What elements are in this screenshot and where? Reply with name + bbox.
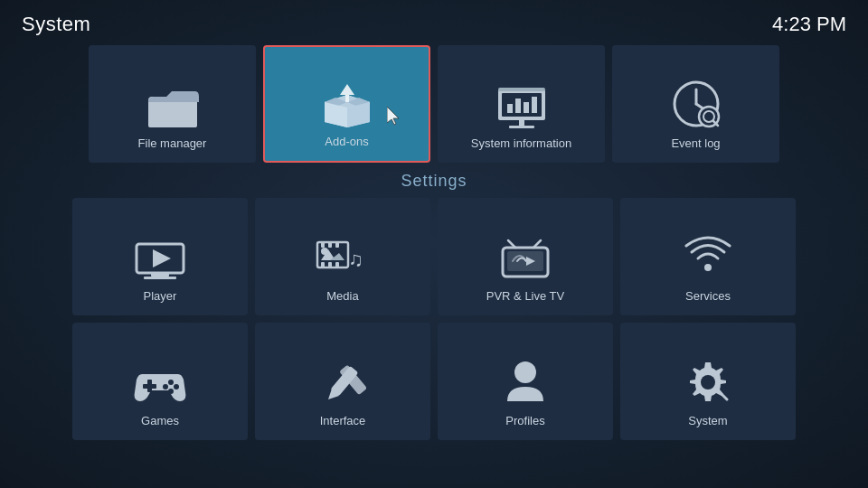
svg-point-49: [174, 384, 179, 389]
tile-system[interactable]: System: [620, 323, 796, 440]
profiles-icon: [503, 358, 548, 407]
svg-rect-28: [144, 277, 176, 279]
svg-point-38: [321, 248, 328, 255]
system-information-label: System information: [471, 136, 571, 150]
svg-rect-30: [321, 242, 325, 248]
clock: 4:23 PM: [772, 13, 846, 36]
svg-rect-12: [507, 104, 513, 113]
section-label: Settings: [0, 172, 868, 191]
services-icon: [684, 233, 732, 282]
svg-point-48: [168, 380, 174, 385]
svg-rect-47: [143, 384, 156, 389]
system-label: System: [688, 414, 727, 427]
screen: System 4:23 PM File manager: [0, 0, 868, 488]
svg-point-55: [514, 361, 536, 383]
svg-rect-15: [532, 97, 537, 113]
tile-profiles[interactable]: Profiles: [438, 323, 613, 440]
svg-rect-18: [498, 88, 545, 91]
event-log-label: Event log: [671, 136, 720, 150]
svg-rect-27: [151, 273, 169, 277]
settings-grid: Player ♫: [0, 198, 868, 440]
tile-services[interactable]: Services: [620, 198, 796, 315]
tile-player[interactable]: Player: [72, 198, 248, 315]
tile-pvr-live-tv[interactable]: PVR & Live TV: [438, 198, 613, 315]
games-label: Games: [141, 414, 179, 427]
header: System 4:23 PM: [0, 0, 868, 45]
svg-marker-26: [153, 249, 171, 267]
tile-games[interactable]: Games: [72, 323, 248, 440]
player-icon: [135, 242, 185, 282]
svg-point-51: [168, 389, 174, 394]
services-label: Services: [685, 289, 731, 303]
svg-rect-34: [328, 262, 332, 267]
tile-file-manager[interactable]: File manager: [89, 45, 256, 163]
interface-label: Interface: [320, 414, 366, 427]
svg-rect-14: [524, 102, 529, 113]
media-label: Media: [326, 289, 358, 303]
tile-interface[interactable]: Interface: [255, 323, 430, 440]
tile-add-ons[interactable]: Add-ons: [263, 45, 430, 163]
pvr-live-tv-label: PVR & Live TV: [486, 289, 564, 303]
tile-media[interactable]: ♫ Media: [255, 198, 430, 315]
file-manager-icon: [146, 86, 199, 129]
add-ons-label: Add-ons: [325, 135, 368, 148]
svg-rect-32: [335, 242, 339, 248]
cursor-icon: [387, 107, 403, 127]
event-log-icon: [671, 79, 722, 129]
pvr-live-tv-icon: [499, 239, 552, 282]
svg-rect-1: [148, 102, 197, 127]
tile-event-log[interactable]: Event log: [612, 45, 779, 163]
svg-point-50: [163, 384, 168, 389]
system-icon: [684, 358, 732, 407]
svg-rect-16: [519, 120, 524, 126]
profiles-label: Profiles: [505, 414, 544, 427]
interface-icon: [319, 360, 366, 407]
add-ons-icon: [320, 82, 374, 127]
svg-line-57: [718, 390, 727, 399]
svg-point-45: [704, 264, 712, 271]
svg-rect-33: [321, 262, 325, 267]
svg-rect-13: [515, 99, 521, 113]
svg-rect-17: [509, 126, 534, 128]
media-icon: ♫: [316, 239, 370, 282]
system-information-icon: [495, 86, 549, 129]
page-title: System: [22, 13, 90, 36]
svg-rect-35: [335, 262, 339, 267]
file-manager-label: File manager: [138, 136, 207, 150]
svg-rect-31: [328, 242, 332, 248]
svg-point-56: [701, 375, 715, 389]
games-icon: [133, 367, 187, 407]
svg-marker-9: [387, 107, 399, 125]
svg-text:♫: ♫: [348, 248, 363, 270]
tile-system-information[interactable]: System information: [438, 45, 605, 163]
player-label: Player: [144, 289, 177, 303]
top-row: File manager: [0, 45, 868, 163]
